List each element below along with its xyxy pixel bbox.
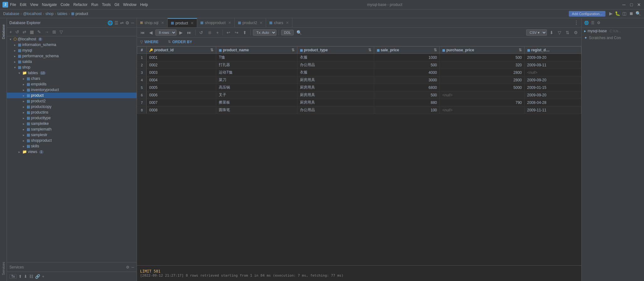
sidebar-tb-arrow[interactable]: → — [43, 29, 50, 35]
cell-sale-price[interactable]: 880 — [374, 99, 440, 106]
left-strip-database[interactable]: Database — [0, 19, 7, 44]
left-strip-services[interactable]: Services — [0, 256, 7, 281]
coverage-button[interactable]: ◫ — [622, 11, 626, 16]
col-header-sale-price[interactable]: ▦ sale_price ⇅ — [374, 47, 440, 54]
csv-selector[interactable]: CSV ▾ — [526, 29, 547, 36]
nav-prev-button[interactable]: ◀ — [148, 29, 154, 36]
col-sort-icon-sale-price[interactable]: ⇅ — [434, 48, 437, 52]
maximize-button[interactable]: □ — [629, 2, 634, 7]
table-row[interactable]: 20002打孔器办公用品5003202009-09-11 — [137, 61, 581, 69]
far-right-globe-icon[interactable]: 🌐 — [584, 21, 589, 25]
far-right-item-mysql-base[interactable]: ▸ mysql-base C:\Us... — [582, 28, 644, 34]
sidebar-item-performance-schema[interactable]: ▸ ▦ performance_schema — [7, 53, 137, 59]
data-table-container[interactable]: # 🔑 product_id ⇅ ▦ product_name — [137, 46, 581, 265]
tab-shopproduct[interactable]: ▦ shopproduct ✕ — [197, 18, 235, 27]
cell-purchase-price[interactable]: 2800 — [440, 76, 525, 84]
cell-sale-price[interactable]: 500 — [374, 61, 440, 69]
cell-regist-date[interactable]: 2008-04-28 — [525, 99, 581, 106]
cell-product-id[interactable]: 0006 — [147, 91, 216, 99]
sidebar-icon-globe[interactable]: 🌐 — [107, 20, 113, 25]
stop-button[interactable]: ⏹ — [206, 29, 213, 36]
sidebar-item-localhost[interactable]: ▾ ⬡ @localhost 8 — [7, 36, 137, 42]
table-row[interactable]: 80008圆珠笔办公用品100<null>2009-11-11 — [137, 106, 581, 114]
run-button[interactable]: ▶ — [609, 11, 613, 16]
menu-run[interactable]: Run — [91, 3, 98, 7]
breadcrumb-product[interactable]: product — [76, 12, 88, 16]
cell-purchase-price[interactable]: 500 — [440, 54, 525, 61]
menu-navigate[interactable]: Navigate — [42, 3, 57, 7]
col-sort-icon-product-type[interactable]: ⇅ — [368, 48, 371, 52]
sidebar-item-samplelike[interactable]: ▸ ▦ samplelike — [7, 121, 137, 126]
sidebar-tb-table[interactable]: ▦ — [29, 29, 35, 35]
tab-close-chars[interactable]: ✕ — [286, 21, 289, 25]
sidebar-tb-edit[interactable]: ✎ — [36, 29, 42, 35]
tab-product[interactable]: ▦ product ✕ — [168, 18, 197, 27]
cell-sale-price[interactable]: 500 — [374, 91, 440, 99]
cell-product-id[interactable]: 0005 — [147, 84, 216, 91]
rows-selector[interactable]: 8 rows — [155, 29, 176, 36]
cell-product-id[interactable]: 0003 — [147, 69, 216, 76]
col-header-product-id[interactable]: 🔑 product_id ⇅ — [147, 47, 216, 54]
col-header-product-type[interactable]: ▦ product_type ⇅ — [297, 47, 374, 54]
cell-product-name[interactable]: T恤 — [216, 54, 297, 61]
sidebar-tb-diagram[interactable]: ⊞ — [51, 29, 57, 35]
menu-git[interactable]: Git — [114, 3, 119, 7]
sidebar-icon-gear[interactable]: ⚙ — [125, 20, 129, 25]
menu-refactor[interactable]: Refactor — [73, 3, 87, 7]
sidebar-item-productins[interactable]: ▸ ▦ productins — [7, 110, 137, 115]
col-sort-icon-product-name[interactable]: ⇅ — [291, 48, 295, 52]
redo-button[interactable]: ↪ — [233, 29, 240, 36]
col-header-regist-date[interactable]: ▦ regist_d… — [525, 47, 581, 54]
settings-button[interactable]: ⚙ — [572, 29, 579, 36]
cell-regist-date[interactable]: 2009-09-20 — [525, 54, 581, 61]
sidebar-item-tables-folder[interactable]: ▾ 📁 tables 13 — [7, 70, 137, 76]
minimize-button[interactable]: ─ — [621, 2, 626, 7]
undo-button[interactable]: ↩ — [225, 29, 232, 36]
tx-selector[interactable]: Tx: Auto — [253, 29, 276, 36]
cell-product-type[interactable]: 衣服 — [297, 54, 374, 61]
cell-sale-price[interactable]: 100 — [374, 106, 440, 114]
cell-product-name[interactable]: 叉子 — [216, 91, 297, 99]
cell-purchase-price[interactable]: 5000 — [440, 84, 525, 91]
sidebar-tb-sync[interactable]: ⇄ — [21, 29, 28, 35]
cell-product-name[interactable]: 打孔器 — [216, 61, 297, 69]
cell-regist-date[interactable]: 2009-09-20 — [525, 91, 581, 99]
cell-product-name[interactable]: 菜刀 — [216, 76, 297, 84]
tab-shop-sql[interactable]: ⊞ shop.sql ✕ — [137, 18, 168, 27]
export-button[interactable]: ⬇ — [548, 29, 555, 36]
cell-product-name[interactable]: 高压锅 — [216, 84, 297, 91]
col-header-product-name[interactable]: ▦ product_name ⇅ — [216, 47, 297, 54]
table-row[interactable]: 60006叉子厨房用具500<null>2009-09-20 — [137, 91, 581, 99]
table-row[interactable]: 40004菜刀厨房用具300028002009-09-20 — [137, 76, 581, 84]
sidebar-bt-link[interactable]: 🔗 — [35, 274, 40, 279]
sidebar-item-shop[interactable]: ▾ ▦ shop — [7, 64, 137, 70]
tab-product2[interactable]: ▦ product2 ✕ — [235, 18, 266, 27]
menu-tools[interactable]: Tools — [102, 3, 111, 7]
menu-code[interactable]: Code — [60, 3, 70, 7]
filter-button[interactable]: ▽ — [556, 29, 563, 36]
cell-purchase-price[interactable]: 320 — [440, 61, 525, 69]
cell-product-id[interactable]: 0001 — [147, 54, 216, 61]
sidebar-item-samplestr[interactable]: ▸ ▦ samplestr — [7, 132, 137, 138]
cell-sale-price[interactable]: 4000 — [374, 69, 440, 76]
cell-sale-price[interactable]: 1000 — [374, 54, 440, 61]
cell-regist-date[interactable]: 2009-09-11 — [525, 61, 581, 69]
tab-close-product2[interactable]: ✕ — [259, 21, 263, 25]
breadcrumb-localhost[interactable]: @localhost — [23, 12, 42, 16]
sidebar-icon-close[interactable]: ─ — [131, 20, 134, 25]
profile-button[interactable]: ⏹ — [629, 11, 633, 16]
tab-close-product[interactable]: ✕ — [191, 21, 194, 25]
cell-product-id[interactable]: 0004 — [147, 76, 216, 84]
cell-purchase-price[interactable]: 2800 — [440, 69, 525, 76]
sidebar-item-sakila[interactable]: ▸ ▦ sakila — [7, 59, 137, 64]
cell-product-name[interactable]: 运动T恤 — [216, 69, 297, 76]
sidebar-item-product[interactable]: ▸ ▦ product — [7, 93, 137, 98]
cell-product-type[interactable]: 衣服 — [297, 69, 374, 76]
sidebar-bt-chain[interactable]: ⛓ — [29, 274, 33, 279]
sidebar-item-samplemath[interactable]: ▸ ▦ samplemath — [7, 126, 137, 132]
cell-purchase-price[interactable]: <null> — [440, 106, 525, 114]
refresh-button[interactable]: ↺ — [198, 29, 205, 36]
cell-sale-price[interactable]: 6800 — [374, 84, 440, 91]
sidebar-icon-split[interactable]: ⇌ — [120, 20, 124, 25]
sidebar-bt-tx[interactable]: Tx — [9, 274, 17, 279]
